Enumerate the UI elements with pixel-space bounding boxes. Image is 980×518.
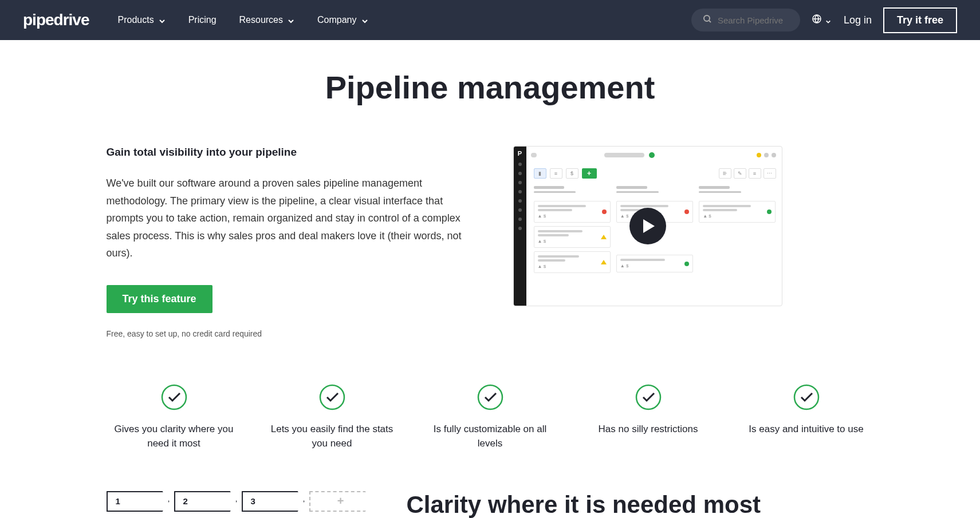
- page-title: Pipeline management: [107, 69, 874, 106]
- stage-1: 1: [107, 491, 170, 512]
- view-forecast-icon: $: [566, 168, 578, 179]
- nav-pricing[interactable]: Pricing: [188, 15, 217, 25]
- logo[interactable]: pipedrive: [23, 11, 89, 29]
- more-icon: ⋯: [763, 168, 776, 179]
- search-icon: [703, 14, 712, 26]
- feature-text: Is easy and intuitive to use: [739, 422, 874, 437]
- check-circle-icon: [161, 384, 187, 410]
- chevron-down-icon: [825, 17, 832, 23]
- cta-note: Free, easy to set up, no credit card req…: [107, 329, 467, 338]
- nav-pricing-label: Pricing: [188, 15, 217, 25]
- feature-clarity: Gives you clarity where you need it most: [107, 384, 242, 451]
- preview-sidebar: P: [514, 147, 526, 306]
- play-icon: [643, 219, 655, 233]
- preview-titlebar: [531, 152, 776, 158]
- stage-add: +: [309, 491, 372, 512]
- svg-point-5: [636, 385, 660, 409]
- svg-point-4: [478, 385, 502, 409]
- check-circle-icon: [477, 384, 503, 410]
- feature-text: Has no silly restrictions: [581, 422, 716, 437]
- hero-subtitle: Gain total visibility into your pipeline: [107, 146, 467, 159]
- chevron-down-icon: [288, 17, 294, 23]
- login-link[interactable]: Log in: [844, 14, 872, 26]
- site-header: pipedrive Products Pricing Resources Com…: [0, 0, 980, 40]
- nav-resources-label: Resources: [239, 15, 283, 25]
- stage-3: 3: [242, 491, 305, 512]
- hero-body: We've built our software around a proven…: [107, 175, 467, 262]
- view-kanban-icon: ▮: [534, 168, 546, 179]
- video-preview[interactable]: P ▮ ≡ $: [513, 146, 782, 306]
- feature-stats: Lets you easily find the stats you need: [265, 384, 400, 451]
- chevron-down-icon: [361, 17, 368, 23]
- features-row: Gives you clarity where you need it most…: [107, 384, 874, 451]
- check-circle-icon: [635, 384, 662, 410]
- feature-text: Gives you clarity where you need it most: [107, 422, 242, 451]
- hero-section: Gain total visibility into your pipeline…: [107, 146, 874, 338]
- hero-text-block: Gain total visibility into your pipeline…: [107, 146, 467, 338]
- try-free-button[interactable]: Try it free: [883, 7, 957, 33]
- nav-products[interactable]: Products: [117, 15, 165, 25]
- nav-resources[interactable]: Resources: [239, 15, 294, 25]
- clarity-title: Clarity where it is needed most: [407, 491, 761, 518]
- nav-products-label: Products: [117, 15, 154, 25]
- search-input[interactable]: [718, 15, 789, 25]
- feature-customizable: Is fully customizable on all levels: [423, 384, 558, 451]
- svg-point-0: [704, 15, 710, 21]
- header-right: Log in Try it free: [691, 7, 957, 33]
- pipeline-stages-graphic: 1 2 3 +: [107, 491, 372, 512]
- preview-toolbar: ▮ ≡ $ + ⊪ ✎ ≡ ⋯: [534, 168, 776, 179]
- svg-point-6: [794, 385, 818, 409]
- language-selector[interactable]: [812, 14, 832, 26]
- feature-text: Is fully customizable on all levels: [423, 422, 558, 451]
- nav-company-label: Company: [317, 15, 356, 25]
- globe-icon: [812, 14, 822, 26]
- feature-text: Lets you easily find the stats you need: [265, 422, 400, 451]
- play-button[interactable]: [629, 208, 666, 244]
- edit-icon: ✎: [734, 168, 746, 179]
- stage-2: 2: [174, 491, 237, 512]
- chevron-down-icon: [159, 17, 166, 23]
- svg-point-3: [320, 385, 344, 409]
- chart-icon: ⊪: [719, 168, 731, 179]
- add-deal-icon: +: [582, 168, 597, 179]
- view-list-icon: ≡: [550, 168, 562, 179]
- feature-intuitive: Is easy and intuitive to use: [739, 384, 874, 451]
- check-circle-icon: [793, 384, 820, 410]
- svg-point-2: [162, 385, 186, 409]
- hero-media: P ▮ ≡ $: [513, 146, 874, 306]
- preview-logo-icon: P: [518, 150, 522, 157]
- plus-icon: [649, 152, 655, 158]
- search-box[interactable]: [691, 9, 800, 31]
- filter-icon: ≡: [749, 168, 761, 179]
- main-content: Pipeline management Gain total visibilit…: [84, 40, 897, 518]
- try-feature-button[interactable]: Try this feature: [107, 285, 212, 313]
- check-circle-icon: [319, 384, 345, 410]
- feature-no-restrictions: Has no silly restrictions: [581, 384, 716, 451]
- main-nav: Products Pricing Resources Company: [117, 15, 368, 25]
- nav-company[interactable]: Company: [317, 15, 368, 25]
- clarity-section: 1 2 3 + Clarity where it is needed most: [107, 491, 874, 518]
